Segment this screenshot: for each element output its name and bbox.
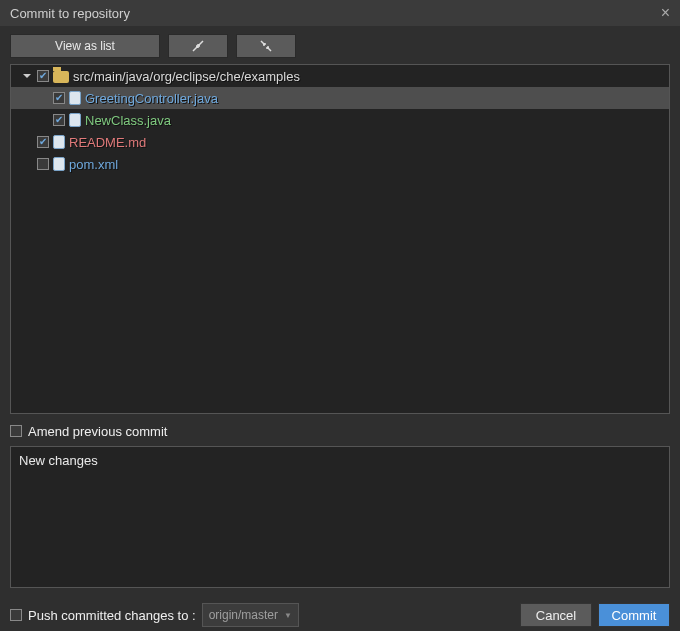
file-icon [69, 113, 81, 127]
footer-left: ✔ Push committed changes to : origin/mas… [10, 603, 514, 627]
checkbox[interactable]: ✔ [37, 158, 49, 170]
view-as-list-label: View as list [55, 39, 115, 53]
file-tree: ✔ src/main/java/org/eclipse/che/examples… [10, 64, 670, 414]
file-label: NewClass.java [85, 113, 171, 128]
commit-message-input[interactable] [10, 446, 670, 588]
chevron-down-icon[interactable] [21, 70, 33, 82]
push-checkbox[interactable]: ✔ [10, 609, 22, 621]
toolbar: View as list [10, 34, 670, 58]
file-label: GreetingController.java [85, 91, 218, 106]
file-icon [53, 135, 65, 149]
dialog-content: View as list ✔ src/main/java/org/eclipse… [0, 26, 680, 631]
folder-label: src/main/java/org/eclipse/che/examples [73, 69, 300, 84]
expand-all-button[interactable] [168, 34, 228, 58]
checkbox[interactable]: ✔ [53, 92, 65, 104]
collapse-icon [259, 39, 273, 53]
folder-icon [53, 71, 69, 83]
amend-label: Amend previous commit [28, 424, 167, 439]
remote-value: origin/master [209, 608, 278, 622]
titlebar: Commit to repository × [0, 0, 680, 26]
checkbox[interactable]: ✔ [37, 136, 49, 148]
cancel-label: Cancel [536, 608, 576, 623]
remote-select[interactable]: origin/master ▼ [202, 603, 299, 627]
amend-checkbox[interactable]: ✔ [10, 425, 22, 437]
dialog-title: Commit to repository [10, 6, 130, 21]
view-as-list-button[interactable]: View as list [10, 34, 160, 58]
file-label: README.md [69, 135, 146, 150]
amend-row: ✔ Amend previous commit [10, 420, 670, 442]
close-icon[interactable]: × [661, 5, 670, 21]
commit-label: Commit [612, 608, 657, 623]
expand-icon [191, 39, 205, 53]
file-icon [53, 157, 65, 171]
push-label: Push committed changes to : [28, 608, 196, 623]
file-icon [69, 91, 81, 105]
checkbox[interactable]: ✔ [53, 114, 65, 126]
cancel-button[interactable]: Cancel [520, 603, 592, 627]
file-label: pom.xml [69, 157, 118, 172]
tree-folder-row[interactable]: ✔ src/main/java/org/eclipse/che/examples [11, 65, 669, 87]
chevron-down-icon: ▼ [284, 611, 292, 620]
footer: ✔ Push committed changes to : origin/mas… [10, 603, 670, 627]
tree-file-row[interactable]: ✔ README.md [11, 131, 669, 153]
tree-file-row[interactable]: ✔ GreetingController.java [11, 87, 669, 109]
tree-file-row[interactable]: ✔ NewClass.java [11, 109, 669, 131]
commit-button[interactable]: Commit [598, 603, 670, 627]
checkbox[interactable]: ✔ [37, 70, 49, 82]
collapse-all-button[interactable] [236, 34, 296, 58]
tree-file-row[interactable]: ✔ pom.xml [11, 153, 669, 175]
